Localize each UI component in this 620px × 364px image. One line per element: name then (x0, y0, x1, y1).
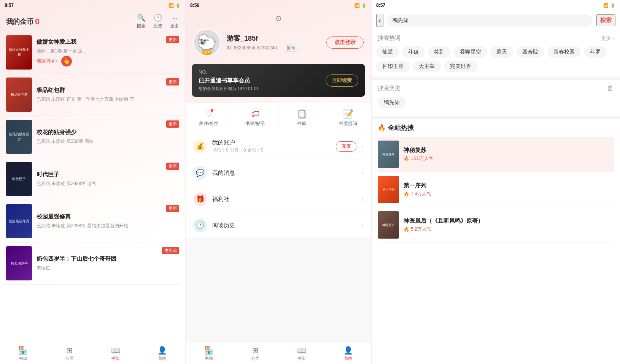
table-row[interactable]: 极品红包群 极品红包群 已完结 未读过 正文 第一千零七十五章 大结局 下 更新 (5, 74, 181, 116)
renew-button[interactable]: 立即续费 (326, 74, 358, 87)
list-item[interactable]: 神秘复苏 神秘复苏 🔥 15.5万人气 (378, 137, 614, 172)
book-cover-3: 校花的贴身强少 (6, 120, 32, 154)
menu-item-message[interactable]: 💬 我的消息 › (186, 160, 371, 186)
category-icon: ⊞ (66, 346, 73, 355)
book-title: 神秘复苏 (404, 147, 614, 154)
book-info-2: 极品红包群 已完结 未读过 正文 第一千零七十五章 大结局 下 (37, 87, 179, 103)
stat-reviews[interactable]: 🏷 书评/贴子 (232, 108, 278, 128)
vip-card: NO. 已开通追书尊享会员 您的会员截止日期为 1970-01-01 立即续费 (192, 64, 365, 97)
history-label: 历史 (153, 23, 162, 29)
login-button[interactable]: 点击登录 (326, 36, 364, 49)
stat-follow[interactable]: ♡ 关注/粉丝 (186, 108, 232, 128)
history-title: 搜索历史 (378, 85, 401, 92)
follow-label: 关注/粉丝 (199, 120, 218, 127)
history-menu-icon: 🕐 (193, 218, 207, 232)
book-title: 校园最强修真 (37, 213, 179, 220)
nav-item-shelf-2[interactable]: 📖 书架 (278, 343, 325, 364)
vip-subtitle: 您的会员截止日期为 1970-01-01 (199, 86, 259, 92)
hand-icon: 👆 (61, 56, 72, 66)
history-action[interactable]: 🕐 历史 (153, 14, 162, 29)
welfare-icon: 🎁 (193, 192, 207, 206)
list-item[interactable]: 第一序列 第一序列 🔥 7.4万人气 (378, 172, 614, 207)
recharge-button[interactable]: 充值 (336, 141, 356, 152)
status-bar-2: 8:56 📶 🔋 (186, 0, 371, 11)
nav-item-shelf[interactable]: 📖 书架 (93, 343, 139, 364)
header-actions: 🔍 搜索 🕐 历史 ··· 更多 (137, 14, 179, 29)
hot-tag[interactable]: 遮天 (490, 46, 513, 58)
hot-tag[interactable]: 吞噬星空 (454, 46, 487, 58)
book-info-3: 校花的贴身强少 已完结 未读过 第360章 完结 (37, 129, 179, 145)
book-title: 极品红包群 (37, 87, 179, 94)
list-item[interactable]: 神医凰后 神医凰后（《且听凤鸣》原著） 🔥 5.2万人气 (378, 207, 614, 243)
nav-item-mine[interactable]: 👤 我的 (139, 343, 185, 364)
hot-search-label: 全站热搜 (388, 123, 414, 132)
menu-item-history[interactable]: 🕐 阅读历史 › (186, 212, 371, 239)
status-bar-3: 8:57 📶 🔋 (372, 0, 620, 11)
status-icons-2: 📶 🔋 (355, 3, 367, 8)
hot-tag[interactable]: 四合院 (516, 46, 544, 58)
shelf-icon: 📖 (111, 346, 121, 355)
hot-book-info-3: 神医凰后（《且听凤鸣》原著） 🔥 5.2万人气 (404, 217, 614, 233)
table-row[interactable]: 校花的贴身强少 校花的贴身强少 已完结 未读过 第360章 完结 更新 (5, 116, 181, 158)
time-2: 8:56 (190, 3, 199, 8)
hot-search-title: 🔥 全站热搜 (378, 123, 614, 132)
stat-booklist[interactable]: 📋 书单 (279, 108, 325, 128)
camera-icon[interactable]: ⊙ (186, 11, 371, 24)
nav-item-category-2[interactable]: ⊞ 分类 (232, 343, 278, 364)
vip-title: 已开通追书尊享会员 (199, 77, 259, 84)
hot-tag[interactable]: 仙逆 (376, 46, 399, 58)
hot-tag[interactable]: 大主宰 (413, 61, 441, 72)
nav-label: 书城 (205, 356, 213, 361)
nav-item-bookstore[interactable]: 🏪 书城 (0, 343, 46, 364)
nav-item-category[interactable]: ⊞ 分类 (46, 343, 93, 364)
arrow-icon: › (362, 196, 364, 203)
arrow-icon: › (362, 169, 364, 176)
hot-book-info-2: 第一序列 🔥 7.4万人气 (404, 182, 614, 197)
nav-item-mine-2[interactable]: 👤 我的 (325, 343, 371, 364)
coins-display: 我的金币 0 (6, 17, 40, 27)
list-item[interactable]: 鸭先知 (378, 97, 406, 108)
hot-tag[interactable]: 斗罗 (584, 46, 607, 58)
username: 游客_185f (227, 34, 320, 43)
continue-read-btn[interactable]: 继续阅读 › 👆 (37, 56, 179, 66)
account-icon: 💰 (193, 139, 207, 153)
search-submit-button[interactable]: 搜索 (596, 14, 615, 26)
bottom-nav-2: 🏪 书城 ⊞ 分类 📖 书架 👤 我的 (186, 343, 371, 364)
panel-bookshelf: 8:57 📶 🔋 我的金币 0 🔍 搜索 🕐 历史 (0, 0, 185, 364)
copy-button[interactable]: 复制 (284, 44, 297, 52)
hot-tag[interactable]: 签到 (428, 46, 451, 58)
hot-tag[interactable]: 完美世界 (444, 61, 477, 72)
table-row[interactable]: 校园最强修真 校园最强修真 已完结 未读过 第2288章 是结束也是新的开始… … (5, 200, 181, 242)
book-cover-1: 傲娇女神爱上我 (6, 35, 32, 70)
category-icon: ⊞ (252, 346, 259, 355)
book-title: 第一序列 (404, 182, 614, 189)
table-row[interactable]: 傲娇女神爱上我 傲娇女神爱上我 读到：第1卷 第一章 这... 继续阅读 › 👆… (5, 32, 181, 74)
user-id: ID: 6623b65de97330240... 复制 (227, 44, 320, 52)
book-title: 奶包四岁半：下山后七个哥哥团 (37, 255, 179, 263)
nav-item-bookstore-2[interactable]: 🏪 书城 (186, 343, 232, 364)
hot-tag[interactable]: 青春校园 (547, 46, 581, 58)
divider (372, 116, 620, 119)
vip-badge: VIP (202, 50, 212, 55)
menu-item-welfare[interactable]: 🎁 福利社 › (186, 186, 371, 212)
menu-item-account[interactable]: 💰 我的账户 书币：0 书券：0 金币：0 充值 › (186, 133, 371, 160)
more-link[interactable]: 更多 › (601, 35, 614, 42)
hot-tag[interactable]: 斗破 (402, 46, 425, 58)
status-bar-1: 8:57 📶 🔋 (0, 0, 185, 11)
book-info-5: 校园最强修真 已完结 未读过 第2288章 是结束也是新的开始… (37, 213, 179, 229)
back-button[interactable]: ‹ (376, 14, 383, 27)
more-action[interactable]: ··· 更多 (170, 14, 179, 29)
search-input[interactable]: 鸭先知 (387, 14, 593, 27)
stat-question[interactable]: 📝 书荒提问 (325, 108, 371, 128)
booklist-label: 书单 (297, 120, 306, 127)
book-title: 傲娇女神爱上我 (37, 38, 179, 46)
hot-tags-container: 仙逆 斗破 签到 吞噬星空 遮天 四合院 青春校园 斗罗 神印王座 大主宰 完美… (372, 45, 620, 77)
table-row[interactable]: 时代巨子 时代巨子 已完结 未读过 第2939章 运气 更新 (5, 158, 181, 200)
delete-history-icon[interactable]: 🗑 (607, 84, 614, 92)
search-action[interactable]: 🔍 搜索 (137, 14, 146, 29)
avatar: 🐑 VIP (193, 29, 221, 56)
book-cover-4: 时代巨子 (6, 162, 32, 196)
table-row[interactable]: 奶包四岁半 奶包四岁半：下山后七个哥哥团 未读过 更新戏 (5, 242, 181, 285)
hot-tag[interactable]: 神印王座 (376, 61, 410, 72)
bookstore-icon: 🏪 (18, 346, 28, 355)
